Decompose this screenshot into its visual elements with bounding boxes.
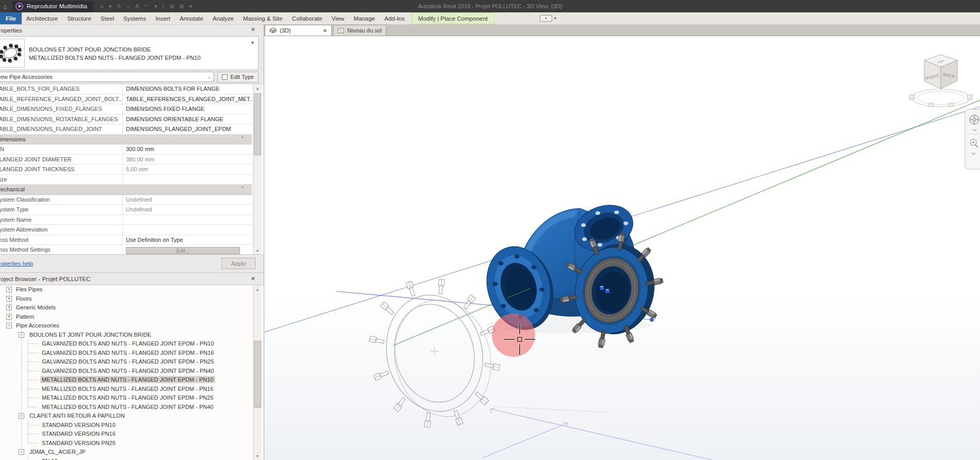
ribbon-tab-analyze[interactable]: Analyze [208, 12, 238, 24]
view-tab-3d[interactable]: (3D) ✕ [265, 25, 332, 36]
ribbon-tab-structure[interactable]: Structure [62, 12, 96, 24]
pipe-axis-green-line[interactable] [393, 100, 980, 346]
tree-scrollbar[interactable]: ▲ ▼ [253, 285, 262, 460]
ribbon-cycle-icon[interactable]: ▾ [540, 15, 552, 22]
edit-type-button[interactable]: Edit Type [217, 72, 259, 83]
type-selector[interactable]: BOULONS ET JOINT POUR JONCTION BRIDE MET… [0, 36, 259, 70]
ribbon-tab-insert[interactable]: Insert [151, 12, 175, 24]
filter-combo[interactable]: New Pipe Accessories ⌄ [0, 72, 214, 82]
type-name: METALLIZED BOLTS AND NUTS - FLANGED JOIN… [29, 54, 201, 62]
property-value[interactable] [123, 175, 252, 185]
property-label: TABLE_DIMENSIONS_FLANGED_JOINT [0, 124, 123, 134]
close-properties-icon[interactable]: ✕ [251, 26, 255, 33]
scroll-up-icon[interactable]: ▲ [253, 84, 262, 93]
home-icon[interactable]: ⌂ [3, 3, 7, 10]
tree-item[interactable]: PN 10 [0, 457, 264, 460]
section-icon[interactable]: ) [163, 3, 165, 9]
tree-item[interactable]: −BOULONS ET JOINT POUR JONCTION BRIDE [0, 331, 264, 340]
tree-item[interactable]: STANDARD VERSION PN10 [0, 421, 264, 430]
scroll-down-icon[interactable]: ▼ [253, 247, 262, 255]
tree-item[interactable]: GALVANIZED BOLTS AND NUTS - FLANGED JOIN… [0, 367, 264, 376]
tree-item[interactable]: GALVANIZED BOLTS AND NUTS - FLANGED JOIN… [0, 357, 264, 367]
property-value[interactable]: 380.00 mm [123, 155, 252, 165]
view-tab-niveau-du-sol[interactable]: Niveau du sol [333, 25, 387, 36]
property-value[interactable]: Use Definition on Type [123, 235, 252, 245]
wireframe-bolts-preview[interactable] [369, 279, 503, 427]
view-cube[interactable]: TOP RIGHT BACK [909, 55, 972, 107]
tree-item[interactable]: METALLIZED BOLTS AND NUTS - FLANGED JOIN… [0, 375, 264, 385]
model-canvas[interactable]: TOP RIGHT BACK [264, 36, 980, 460]
tree-item[interactable]: −CLAPET ANTI RETOUR A PAPILLON [0, 412, 264, 421]
media-player-overlay[interactable]: Reprodutor Multimídia [12, 1, 93, 12]
caret-down-icon[interactable]: ▾ [189, 3, 192, 10]
scroll-up-icon[interactable]: ▲ [253, 285, 262, 294]
property-value[interactable]: DIMENSIONS FIXED FLANGE [123, 104, 252, 114]
property-value[interactable]: 300.00 mm [123, 144, 252, 154]
properties-help-link[interactable]: Properties help [0, 260, 33, 267]
bolts-thumbnail-graphic [0, 39, 24, 67]
close-project-browser-icon[interactable]: ✕ [251, 275, 255, 282]
tree-item[interactable]: +Pattern [0, 313, 264, 322]
measure-icon[interactable]: ○ [126, 3, 130, 9]
ribbon-tab-add-ins[interactable]: Add-Ins [380, 12, 410, 24]
caret-down-icon[interactable]: ▾ [109, 3, 112, 10]
tree-item[interactable]: METALLIZED BOLTS AND NUTS - FLANGED JOIN… [0, 385, 264, 394]
scrollbar-thumb[interactable] [254, 93, 261, 155]
chevron-down-icon[interactable]: ▾ [251, 40, 254, 45]
section-collapse-icon[interactable]: ⌃ [240, 136, 245, 141]
scrollbar-thumb[interactable] [254, 341, 261, 408]
pencil-icon[interactable]: ✎ [117, 3, 121, 10]
close-view-icon[interactable]: ✕ [323, 28, 327, 34]
tree-item[interactable]: GALVANIZED BOLTS AND NUTS - FLANGED JOIN… [0, 339, 264, 349]
ribbon-tab-architecture[interactable]: Architecture [22, 12, 62, 24]
play-icon[interactable] [15, 3, 23, 10]
property-value[interactable]: DIMENSIONS ORIENTABLE FLANGE [123, 114, 252, 124]
ribbon-tab-collaborate[interactable]: Collaborate [287, 12, 327, 24]
text-icon[interactable]: A [135, 3, 139, 9]
properties-scrollbar[interactable]: ▲ ▼ [253, 84, 262, 255]
ribbon-tab-annotate[interactable]: Annotate [175, 12, 208, 24]
tree-item[interactable]: −Pipe Accessories [0, 321, 264, 331]
ribbon-tab-modify-place-component[interactable]: Modify | Place Component [411, 12, 494, 24]
tree-item[interactable]: GALVANIZED BOLTS AND NUTS - FLANGED JOIN… [0, 349, 264, 358]
tree-item[interactable]: −JDMA_CL_ACIER_JP [0, 448, 264, 457]
caret-down-icon[interactable]: ▾ [554, 16, 556, 21]
window-icon[interactable]: ⊞ [179, 3, 184, 10]
tree-item[interactable]: METALLIZED BOLTS AND NUTS - FLANGED JOIN… [0, 393, 264, 403]
ribbon-tab-steel[interactable]: Steel [96, 12, 119, 24]
edit-settings-button[interactable]: Edit... [126, 247, 240, 254]
apply-button[interactable]: Apply [221, 258, 255, 269]
tree-item[interactable]: +Floors [0, 294, 264, 304]
property-value[interactable] [123, 215, 252, 225]
section-collapse-icon[interactable]: ⌃ [240, 186, 245, 191]
ribbon-tab-bar: FileArchitectureStructureSteelSystemsIns… [0, 12, 980, 25]
property-value[interactable]: Undefined [123, 195, 252, 205]
property-value[interactable]: Undefined [123, 205, 252, 215]
tree-item[interactable]: METALLIZED BOLTS AND NUTS - FLANGED JOIN… [0, 403, 264, 412]
scroll-down-icon[interactable]: ▼ [253, 452, 262, 460]
property-value[interactable] [123, 225, 252, 235]
property-value[interactable]: DIMENSIONS BOLTS FOR FLANGE [123, 84, 252, 94]
tag-icon[interactable]: ◠ [144, 3, 149, 10]
compass-ticks[interactable] [909, 95, 972, 107]
ribbon-tab-manage[interactable]: Manage [349, 12, 380, 24]
ribbon-tab-file[interactable]: File [0, 12, 22, 24]
list-icon[interactable]: ≣ [169, 3, 174, 10]
property-value[interactable]: DIMENSIONS_FLANGED_JOINT_EPDM [123, 124, 252, 134]
tree-item[interactable]: +Generic Models [0, 303, 264, 313]
ribbon-tab-view[interactable]: View [327, 12, 349, 24]
ribbon-tab-massing-site[interactable]: Massing & Site [238, 12, 287, 24]
property-value[interactable]: TABLE_REFERENCES_FLANGED_JOINT_MET... [123, 94, 252, 104]
tree-item[interactable]: STANDARD VERSION PN25 [0, 439, 264, 448]
tree-item[interactable]: +Flex Pipes [0, 285, 264, 294]
tree-connector [28, 353, 38, 353]
ribbon-display-toggle[interactable]: ▾ ▾ [540, 12, 556, 24]
ribbon-tab-systems[interactable]: Systems [119, 12, 151, 24]
property-row: Loss MethodUse Definition on Type [0, 235, 252, 245]
connector-endpoint-dot[interactable] [650, 318, 654, 322]
caret-down-icon[interactable]: ▾ [154, 3, 157, 10]
toolbar-icon[interactable]: ≡ [100, 3, 103, 9]
property-value[interactable]: 5.00 mm [123, 165, 252, 174]
navigation-bar[interactable] [965, 109, 980, 169]
tree-item[interactable]: STANDARD VERSION PN16 [0, 430, 264, 439]
